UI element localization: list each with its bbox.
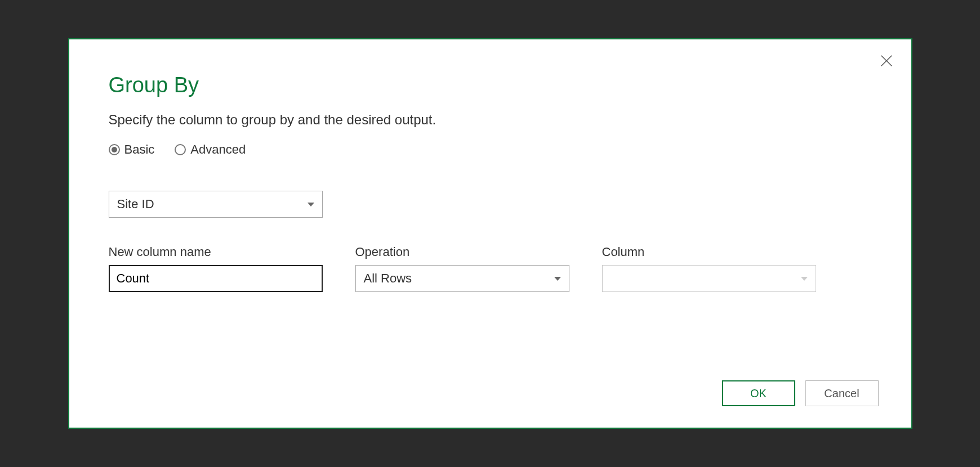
new-column-name-field: New column name bbox=[109, 245, 323, 292]
close-icon bbox=[879, 53, 894, 69]
mode-radio-group: Basic Advanced bbox=[109, 142, 872, 157]
new-column-name-input[interactable] bbox=[109, 265, 323, 292]
group-by-column-value: Site ID bbox=[117, 197, 154, 212]
ok-button[interactable]: OK bbox=[722, 380, 795, 406]
chevron-down-icon bbox=[554, 277, 561, 281]
close-button[interactable] bbox=[877, 52, 896, 70]
radio-advanced[interactable]: Advanced bbox=[175, 142, 246, 157]
chevron-down-icon bbox=[308, 203, 314, 206]
radio-basic[interactable]: Basic bbox=[109, 142, 155, 157]
dialog-subtitle: Specify the column to group by and the d… bbox=[109, 112, 872, 128]
dialog-buttons: OK Cancel bbox=[722, 380, 879, 406]
column-label: Column bbox=[602, 245, 816, 259]
operation-dropdown[interactable]: All Rows bbox=[355, 265, 569, 292]
group-by-column-dropdown[interactable]: Site ID bbox=[109, 191, 323, 218]
dialog-frame: Group By Specify the column to group by … bbox=[58, 28, 923, 439]
radio-advanced-label: Advanced bbox=[190, 142, 246, 157]
cancel-button[interactable]: Cancel bbox=[805, 380, 879, 406]
group-by-dialog: Group By Specify the column to group by … bbox=[68, 38, 912, 429]
dialog-title: Group By bbox=[109, 73, 872, 97]
aggregation-row: New column name Operation All Rows Colum… bbox=[109, 245, 872, 292]
operation-label: Operation bbox=[355, 245, 569, 259]
column-field: Column bbox=[602, 245, 816, 292]
column-dropdown bbox=[602, 265, 816, 292]
group-by-column-field: Site ID bbox=[109, 191, 872, 218]
operation-field: Operation All Rows bbox=[355, 245, 569, 292]
chevron-down-icon bbox=[801, 277, 808, 281]
radio-basic-label: Basic bbox=[124, 142, 155, 157]
new-column-name-label: New column name bbox=[109, 245, 323, 259]
operation-value: All Rows bbox=[364, 271, 412, 286]
radio-icon bbox=[175, 144, 186, 155]
radio-icon bbox=[109, 144, 120, 155]
